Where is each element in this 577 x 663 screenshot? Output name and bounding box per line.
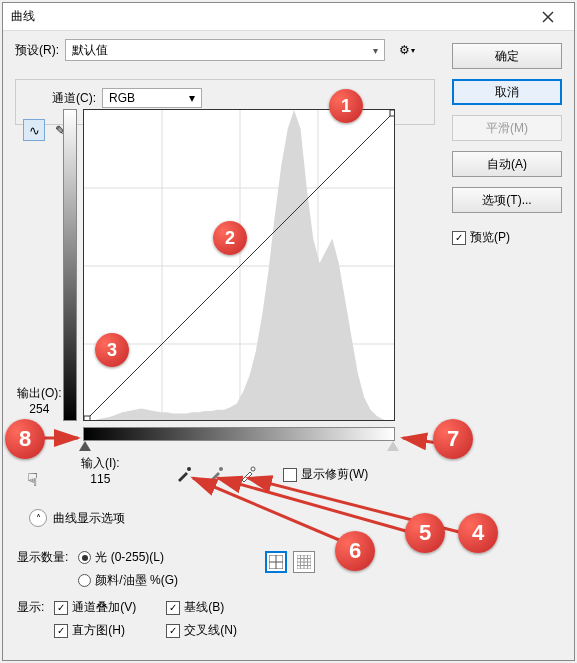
output-label-group: 输出(O): 254 [17,385,62,416]
input-label-group: 输入(I): 115 [81,455,120,486]
chevron-down-icon: ▾ [373,45,378,56]
gray-eyedropper[interactable] [205,463,227,485]
annotation-badge-3: 3 [95,333,129,367]
cancel-button[interactable]: 取消 [452,79,562,105]
output-value: 254 [17,402,62,416]
channel-overlay-checkbox[interactable] [54,601,68,615]
svg-line-27 [218,478,413,533]
options-button[interactable]: 选项(T)... [452,187,562,213]
white-eyedropper[interactable] [237,463,259,485]
show-clipping-checkbox[interactable] [283,468,297,482]
curves-graph[interactable] [83,109,395,421]
preview-checkbox-row[interactable]: 预览(P) [452,229,562,246]
baseline-label: 基线(B) [184,599,224,616]
grid-fine-button[interactable] [293,551,315,573]
baseline-checkbox[interactable] [166,601,180,615]
right-button-column: 确定 取消 平滑(M) 自动(A) 选项(T)... 预览(P) [452,43,562,246]
gear-icon: ⚙ [399,43,410,57]
intersection-row[interactable]: 交叉线(N) [166,622,237,639]
preset-label: 预设(R): [15,42,59,59]
curves-dialog: 曲线 预设(R): 默认值 ▾ ⚙ ▾ 确定 取消 平滑(M) 自动(A) 选项… [2,2,575,661]
intersection-label: 交叉线(N) [184,622,237,639]
grid-coarse-icon [269,555,283,569]
chevron-up-icon: ˄ [36,513,41,524]
input-value: 115 [81,472,120,486]
svg-rect-9 [84,416,90,421]
baseline-row[interactable]: 基线(B) [166,599,237,616]
input-gradient [83,427,395,441]
display-options-row[interactable]: ˄ 曲线显示选项 [29,509,125,527]
chevron-down-icon: ▾ [411,46,415,55]
output-gradient [63,109,77,421]
light-radio-row[interactable]: 光 (0-255)(L) [78,549,178,566]
grid-fine-icon [297,555,311,569]
smooth-button[interactable]: 平滑(M) [452,115,562,141]
eyedropper-icon [207,465,225,483]
channel-overlay-label: 通道叠加(V) [72,599,136,616]
curve-tool-icon: ∿ [29,123,40,138]
annotation-badge-6: 6 [335,531,375,571]
close-icon [542,11,554,23]
svg-line-28 [193,478,358,548]
eyedropper-icon [239,465,257,483]
display-options-label: 曲线显示选项 [53,510,125,527]
pigment-radio[interactable] [78,574,91,587]
annotation-badge-1: 1 [329,89,363,123]
show-clipping-row[interactable]: 显示修剪(W) [283,466,368,483]
light-radio[interactable] [78,551,91,564]
white-point-slider[interactable] [387,441,399,451]
histogram-row[interactable]: 直方图(H) [54,622,136,639]
grid-size-buttons [265,551,315,573]
svg-point-13 [251,467,255,471]
input-label: 输入(I): [81,455,120,472]
show-amount-section: 显示数量: 光 (0-255)(L) 颜料/油墨 %(G) [17,549,178,589]
show-section: 显示: 通道叠加(V) 直方图(H) 基线(B) 交叉线(N) [17,599,237,639]
grid-coarse-button[interactable] [265,551,287,573]
preview-checkbox[interactable] [452,231,466,245]
preset-menu-button[interactable]: ⚙ ▾ [397,40,417,60]
svg-point-12 [219,467,223,471]
histogram-checkbox[interactable] [54,624,68,638]
curve-point-tool[interactable]: ∿ [23,119,45,141]
channel-overlay-row[interactable]: 通道叠加(V) [54,599,136,616]
eyedropper-row [173,463,259,485]
annotation-badge-7: 7 [433,419,473,459]
preset-value: 默认值 [72,42,108,59]
light-radio-label: 光 (0-255)(L) [95,549,164,566]
channel-value: RGB [109,91,135,105]
annotation-badge-4: 4 [458,513,498,553]
pigment-radio-row[interactable]: 颜料/油墨 %(G) [78,572,178,589]
auto-button[interactable]: 自动(A) [452,151,562,177]
annotation-badge-5: 5 [405,513,445,553]
show-label: 显示: [17,599,44,639]
ok-button[interactable]: 确定 [452,43,562,69]
black-point-slider[interactable] [79,441,91,451]
black-eyedropper[interactable] [173,463,195,485]
hand-icon: ☟ [27,470,38,490]
preview-label: 预览(P) [470,229,510,246]
show-clipping-label: 显示修剪(W) [301,466,368,483]
channel-label: 通道(C): [52,90,96,107]
chevron-down-icon: ▾ [189,91,195,105]
window-title: 曲线 [11,8,35,25]
collapse-button[interactable]: ˄ [29,509,47,527]
svg-point-11 [187,467,191,471]
titlebar: 曲线 [3,3,574,31]
preset-select[interactable]: 默认值 ▾ [65,39,385,61]
output-label: 输出(O): [17,385,62,402]
eyedropper-icon [175,465,193,483]
channel-row: 通道(C): RGB ▾ [52,88,428,108]
show-amount-label: 显示数量: [17,549,68,589]
targeted-adjust-tool[interactable]: ☟ [27,469,38,491]
pigment-radio-label: 颜料/油墨 %(G) [95,572,178,589]
channel-select[interactable]: RGB ▾ [102,88,202,108]
histogram-label: 直方图(H) [72,622,125,639]
curves-graph-svg [84,110,395,421]
close-button[interactable] [530,6,566,28]
annotation-badge-2: 2 [213,221,247,255]
annotation-badge-8: 8 [5,419,45,459]
intersection-checkbox[interactable] [166,624,180,638]
svg-rect-10 [390,110,395,116]
